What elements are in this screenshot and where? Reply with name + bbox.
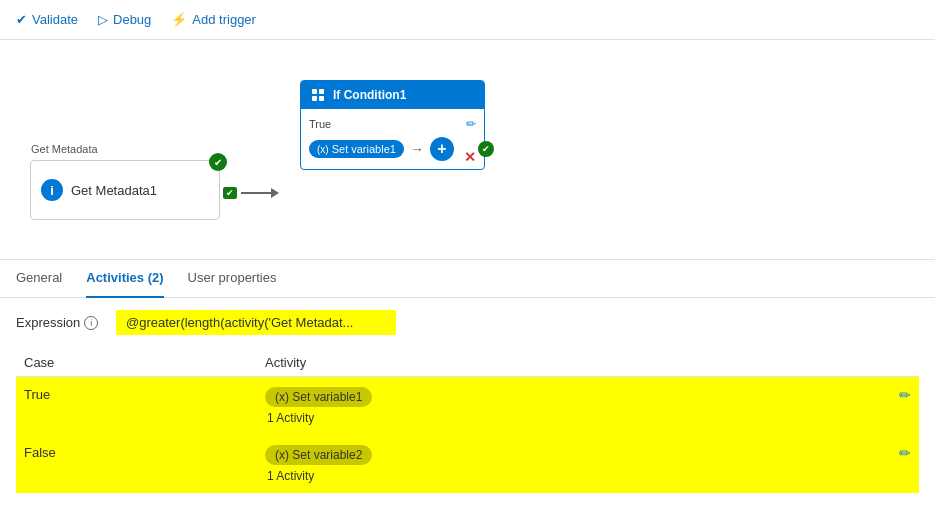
- node-header-label: Get Metadata: [31, 143, 98, 155]
- expression-row: Expression i: [16, 310, 919, 335]
- svg-rect-3: [319, 96, 324, 101]
- table-row: True (x) Set variable1 1 Activity ✏: [16, 377, 919, 436]
- expression-info-icon[interactable]: i: [84, 316, 98, 330]
- edit-cell: ✏: [879, 435, 919, 493]
- cases-table: Case Activity True (x) Set variable1 1 A…: [16, 349, 919, 493]
- toolbar: ✔ Validate ▷ Debug ⚡ Add trigger: [0, 0, 935, 40]
- add-trigger-button[interactable]: ⚡ Add trigger: [171, 12, 256, 27]
- col-activity: Activity: [257, 349, 879, 377]
- true-row: (x) Set variable1 → +: [309, 137, 476, 161]
- bottom-panel: General Activities (2) User properties E…: [0, 260, 935, 505]
- tab-general[interactable]: General: [16, 260, 62, 298]
- table-row: False (x) Set variable2 1 Activity ✏: [16, 435, 919, 493]
- true-pencil-icon[interactable]: ✏: [466, 117, 476, 131]
- add-activity-button[interactable]: +: [430, 137, 454, 161]
- activity-cell: (x) Set variable2 1 Activity: [257, 435, 879, 493]
- activity-count: 1 Activity: [265, 469, 871, 483]
- info-icon: i: [41, 179, 63, 201]
- validate-button[interactable]: ✔ Validate: [16, 12, 78, 27]
- edit-false-icon[interactable]: ✏: [899, 445, 911, 461]
- validate-icon: ✔: [16, 12, 27, 27]
- edit-cell: ✏: [879, 377, 919, 436]
- col-actions: [879, 349, 919, 377]
- check-badge: ✔: [223, 187, 237, 199]
- tab-content: Expression i Case Activity True: [0, 298, 935, 505]
- debug-button[interactable]: ▷ Debug: [98, 12, 151, 27]
- close-icon[interactable]: ✕: [464, 149, 476, 165]
- svg-rect-2: [312, 96, 317, 101]
- activity-badge: (x) Set variable2: [265, 445, 372, 465]
- pipeline-canvas: Get Metadata i Get Metadata1 ✔ ✔ If Cond…: [0, 40, 935, 260]
- set-variable-badge: (x) Set variable1: [309, 140, 404, 158]
- edit-true-icon[interactable]: ✏: [899, 387, 911, 403]
- add-trigger-label: Add trigger: [192, 12, 256, 27]
- if-condition-header: If Condition1: [301, 81, 484, 109]
- if-condition-node[interactable]: If Condition1 True ✏ (x) Set variable1 →…: [300, 80, 485, 170]
- node-label: Get Metadata1: [71, 183, 157, 198]
- expression-input[interactable]: [116, 310, 396, 335]
- tab-activities[interactable]: Activities (2): [86, 260, 163, 298]
- svg-rect-0: [312, 89, 317, 94]
- add-trigger-icon: ⚡: [171, 12, 187, 27]
- connector-line: [241, 192, 271, 194]
- arrow-icon: →: [410, 141, 424, 157]
- tab-user-properties[interactable]: User properties: [188, 260, 277, 298]
- activity-badge: (x) Set variable1: [265, 387, 372, 407]
- expression-label: Expression i: [16, 315, 106, 330]
- validate-label: Validate: [32, 12, 78, 27]
- case-name: True: [16, 377, 257, 436]
- if-condition-body: True ✏ (x) Set variable1 → +: [301, 109, 484, 169]
- activity-count: 1 Activity: [265, 411, 871, 425]
- connector: ✔: [223, 187, 279, 199]
- debug-icon: ▷: [98, 12, 108, 27]
- get-metadata-node[interactable]: Get Metadata i Get Metadata1 ✔: [30, 160, 220, 220]
- true-label: True ✏: [309, 117, 476, 131]
- tabs-bar: General Activities (2) User properties: [0, 260, 935, 298]
- connector-arrow: [271, 188, 279, 198]
- svg-rect-1: [319, 89, 324, 94]
- activity-cell: (x) Set variable1 1 Activity: [257, 377, 879, 436]
- success-badge: ✔: [209, 153, 227, 171]
- condition-success-badge: ✔: [478, 141, 494, 157]
- debug-label: Debug: [113, 12, 151, 27]
- if-condition-title: If Condition1: [333, 88, 406, 102]
- col-case: Case: [16, 349, 257, 377]
- case-name: False: [16, 435, 257, 493]
- condition-icon: [309, 86, 327, 104]
